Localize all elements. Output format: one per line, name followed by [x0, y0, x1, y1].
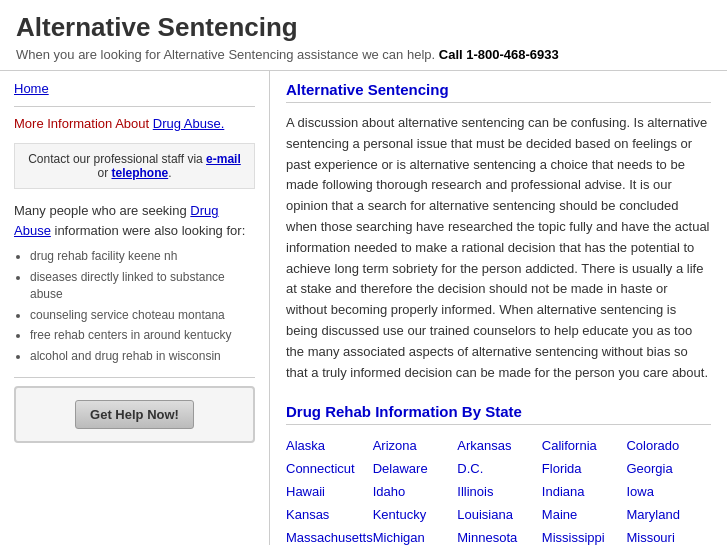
state-illinois[interactable]: Illinois — [457, 481, 542, 502]
get-help-box: Get Help Now! — [14, 386, 255, 443]
state-colorado[interactable]: Colorado — [626, 435, 711, 456]
state-minnesota[interactable]: Minnesota — [457, 527, 542, 545]
phone-number: Call 1-800-468-6933 — [439, 47, 559, 62]
list-item: free rehab centers in around kentucky — [30, 327, 255, 344]
state-missouri[interactable]: Missouri — [626, 527, 711, 545]
list-item: drug rehab facility keene nh — [30, 248, 255, 265]
link-4[interactable]: free rehab centers in around kentucky — [30, 328, 231, 342]
list-item: diseases directly linked to substance ab… — [30, 269, 255, 303]
states-grid: Alaska Arizona Arkansas California Color… — [286, 435, 711, 545]
page-title: Alternative Sentencing — [16, 12, 711, 43]
state-louisiana[interactable]: Louisiana — [457, 504, 542, 525]
state-arizona[interactable]: Arizona — [373, 435, 458, 456]
related-links-list: drug rehab facility keene nh diseases di… — [30, 248, 255, 365]
more-info-text: More Information About Drug Abuse. — [14, 115, 255, 133]
state-kansas[interactable]: Kansas — [286, 504, 373, 525]
drug-abuse-link[interactable]: Drug Abuse. — [153, 116, 225, 131]
state-mississippi[interactable]: Mississippi — [542, 527, 627, 545]
section2-title: Drug Rehab Information By State — [286, 403, 711, 425]
state-iowa[interactable]: Iowa — [626, 481, 711, 502]
state-dc[interactable]: D.C. — [457, 458, 542, 479]
state-maine[interactable]: Maine — [542, 504, 627, 525]
state-florida[interactable]: Florida — [542, 458, 627, 479]
state-maryland[interactable]: Maryland — [626, 504, 711, 525]
state-michigan[interactable]: Michigan — [373, 527, 458, 545]
state-georgia[interactable]: Georgia — [626, 458, 711, 479]
seeking-text: Many people who are seeking Drug Abuse i… — [14, 201, 255, 240]
description-text: A discussion about alternative sentencin… — [286, 113, 711, 383]
link-2[interactable]: diseases directly linked to substance ab… — [30, 270, 225, 301]
telephone-link[interactable]: telephone — [112, 166, 169, 180]
state-arkansas[interactable]: Arkansas — [457, 435, 542, 456]
link-1[interactable]: drug rehab facility keene nh — [30, 249, 177, 263]
link-5[interactable]: alcohol and drug rehab in wisconsin — [30, 349, 221, 363]
state-kentucky[interactable]: Kentucky — [373, 504, 458, 525]
email-link[interactable]: e-mail — [206, 152, 241, 166]
state-connecticut[interactable]: Connecticut — [286, 458, 373, 479]
state-alaska[interactable]: Alaska — [286, 435, 373, 456]
home-link[interactable]: Home — [14, 81, 255, 96]
state-indiana[interactable]: Indiana — [542, 481, 627, 502]
tagline: When you are looking for Alternative Sen… — [16, 47, 711, 62]
section1-title: Alternative Sentencing — [286, 81, 711, 103]
contact-box: Contact our professional staff via e-mai… — [14, 143, 255, 189]
get-help-button[interactable]: Get Help Now! — [75, 400, 194, 429]
link-3[interactable]: counseling service choteau montana — [30, 308, 225, 322]
state-massachusetts[interactable]: Massachusetts — [286, 527, 373, 545]
list-item: alcohol and drug rehab in wisconsin — [30, 348, 255, 365]
list-item: counseling service choteau montana — [30, 307, 255, 324]
state-idaho[interactable]: Idaho — [373, 481, 458, 502]
state-delaware[interactable]: Delaware — [373, 458, 458, 479]
state-california[interactable]: California — [542, 435, 627, 456]
state-hawaii[interactable]: Hawaii — [286, 481, 373, 502]
